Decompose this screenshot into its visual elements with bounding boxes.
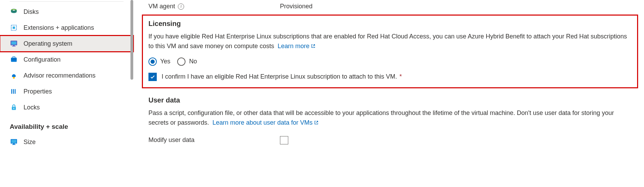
svg-rect-4 <box>13 27 15 29</box>
vm-agent-row: VM agent i Provisioned <box>148 1 632 15</box>
licensing-learn-more-link[interactable]: Learn more <box>278 43 316 50</box>
user-data-learn-more-link[interactable]: Learn more about user data for VMs <box>212 119 319 126</box>
vm-agent-value: Provisioned <box>280 3 312 10</box>
sidebar-item-label: Properties <box>24 88 52 95</box>
svg-rect-8 <box>12 46 16 46</box>
extensions-icon <box>10 24 18 32</box>
svg-rect-7 <box>13 45 15 46</box>
radio-yes[interactable]: Yes <box>148 57 170 66</box>
radio-label: No <box>189 58 197 65</box>
sidebar-scrollbar[interactable] <box>130 0 133 80</box>
sidebar-item-label: Configuration <box>24 56 61 63</box>
confirm-label-text: I confirm I have an eligible Red Hat Ent… <box>162 73 397 80</box>
sidebar-item-locks[interactable]: Locks <box>0 99 133 115</box>
vm-agent-label-text: VM agent <box>148 3 175 10</box>
sidebar-item-label: Advisor recommendations <box>24 72 96 79</box>
modify-user-data-checkbox[interactable] <box>280 136 288 144</box>
radio-no[interactable]: No <box>177 57 197 66</box>
svg-rect-21 <box>12 144 16 145</box>
sidebar-item-label: Disks <box>24 8 39 16</box>
divider <box>10 1 124 2</box>
svg-rect-19 <box>11 140 17 143</box>
sidebar-item-label: Size <box>24 139 36 146</box>
sidebar-item-label: Extensions + applications <box>24 24 94 32</box>
svg-rect-13 <box>13 89 14 93</box>
sidebar-item-configuration[interactable]: Configuration <box>0 52 133 68</box>
radio-indicator <box>177 57 185 66</box>
vm-agent-label: VM agent i <box>148 3 280 10</box>
licensing-radio-group: Yes No <box>148 57 632 66</box>
link-text: Learn more <box>278 43 309 50</box>
info-icon[interactable]: i <box>178 3 184 10</box>
confirm-label: I confirm I have an eligible Red Hat Ent… <box>162 73 402 80</box>
advisor-icon <box>10 71 18 80</box>
sidebar-item-disks[interactable]: Disks <box>0 4 133 20</box>
sidebar-item-label: Locks <box>24 104 40 111</box>
svg-point-2 <box>13 10 15 11</box>
svg-rect-20 <box>13 144 15 144</box>
user-data-description: Pass a script, configuration file, or ot… <box>148 108 632 128</box>
licensing-description: If you have eligible Red Hat Enterprise … <box>148 32 632 51</box>
lock-icon <box>10 103 18 112</box>
licensing-title: Licensing <box>148 20 632 28</box>
user-data-title: User data <box>148 96 632 104</box>
sidebar-item-size[interactable]: Size <box>0 134 133 150</box>
modify-user-data-label: Modify user data <box>148 136 280 144</box>
sidebar-item-extensions[interactable]: Extensions + applications <box>0 20 133 36</box>
external-link-icon <box>311 43 316 50</box>
toolbox-icon <box>10 55 18 64</box>
user-data-section: User data Pass a script, configuration f… <box>148 93 632 151</box>
confirm-checkbox[interactable] <box>148 73 157 81</box>
radio-indicator <box>148 57 157 66</box>
licensing-confirm-row: I confirm I have an eligible Red Hat Ent… <box>148 73 632 81</box>
external-link-icon <box>314 119 319 126</box>
radio-label: Yes <box>160 58 170 65</box>
sidebar-item-label: Operating system <box>24 40 72 47</box>
svg-rect-9 <box>11 58 17 62</box>
sidebar-section-heading: Availability + scale <box>0 115 133 134</box>
modify-user-data-row: Modify user data <box>148 134 632 149</box>
properties-icon <box>10 87 18 96</box>
disks-icon <box>10 8 18 16</box>
svg-rect-17 <box>13 108 14 109</box>
link-text: Learn more about user data for VMs <box>212 119 312 126</box>
svg-rect-10 <box>11 59 17 59</box>
sidebar: Disks Extensions + applications Operatin… <box>0 0 133 155</box>
check-icon <box>150 74 155 80</box>
sidebar-item-operating-system[interactable]: Operating system <box>0 36 133 52</box>
required-indicator: * <box>399 73 402 80</box>
main-content: VM agent i Provisioned Licensing If you … <box>133 0 638 155</box>
size-icon <box>10 138 18 146</box>
licensing-section: Licensing If you have eligible Red Hat E… <box>144 16 636 87</box>
licensing-description-text: If you have eligible Red Hat Enterprise … <box>148 33 627 50</box>
svg-point-11 <box>13 77 15 79</box>
svg-rect-12 <box>11 89 12 93</box>
sidebar-item-advisor[interactable]: Advisor recommendations <box>0 68 133 83</box>
svg-rect-6 <box>11 42 17 45</box>
svg-rect-14 <box>15 89 16 93</box>
sidebar-item-properties[interactable]: Properties <box>0 83 133 99</box>
monitor-icon <box>10 39 18 48</box>
